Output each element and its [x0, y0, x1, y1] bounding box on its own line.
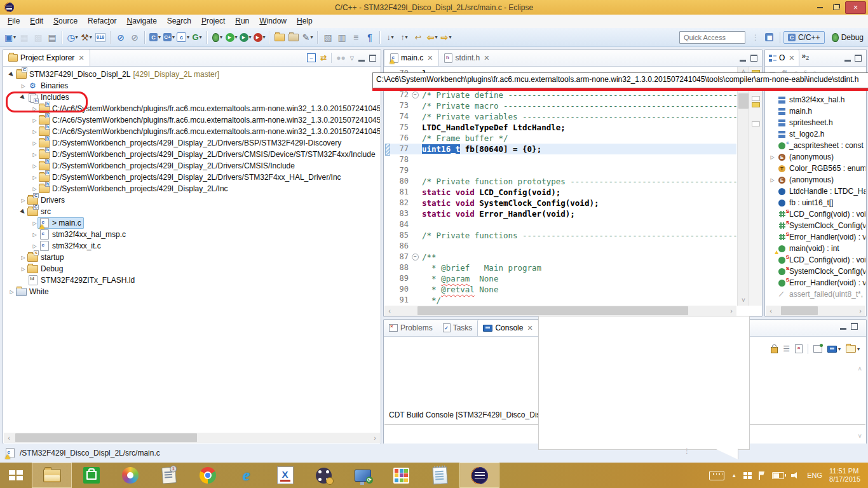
menu-edit[interactable]: Edit [25, 15, 48, 28]
debug-button[interactable]: ▾ [211, 30, 224, 44]
taskbar-app-media-suite[interactable] [111, 463, 149, 488]
save-all-button[interactable]: ▩ [32, 30, 44, 44]
tab-problems[interactable]: ×Problems [384, 320, 438, 336]
outline-item[interactable]: ▷E(anonymous) [766, 151, 865, 163]
code-line[interactable]: 89 * @param None [384, 273, 736, 284]
outline-item[interactable]: SError_Handler(void) : void [766, 277, 865, 288]
touch-keyboard-icon[interactable] [709, 471, 724, 480]
code-line[interactable]: 79 [384, 165, 736, 176]
taskbar-app-chrome[interactable] [188, 463, 227, 488]
run-button[interactable]: ▶▾ [225, 30, 238, 44]
taskbar-app-media-player[interactable] [304, 463, 343, 488]
outline-item[interactable]: TColor_RGB565 : enum <anonymous> [766, 163, 865, 174]
code-line[interactable]: 73/* Private macro ---------------------… [384, 100, 736, 111]
view-menu-button[interactable]: ▽ [350, 55, 354, 61]
tab-tasks[interactable]: ✓Tasks [438, 320, 478, 336]
start-button[interactable] [0, 463, 32, 488]
tree-item[interactable]: ▷⚙Binaries [4, 80, 380, 92]
code-line[interactable]: 88 * @brief Main program [384, 262, 736, 273]
binary-button[interactable]: 010 [94, 30, 107, 44]
clear-console-icon[interactable]: × [795, 344, 803, 353]
tree-item[interactable]: ▷hD:/SystemWorkbench_projects/429I_Displ… [4, 183, 380, 194]
minimize-button[interactable] [812, 2, 827, 13]
window-titlebar[interactable]: C/C++ - STM32F429I_Disco_Displ_2L/src/ma… [0, 0, 868, 15]
show-paragraphs-button[interactable]: ¶ [363, 30, 376, 44]
coverage-g-button[interactable]: G▾ [191, 30, 203, 44]
perspective-cpp-button[interactable]: C C/C++ [783, 31, 825, 44]
editor-tab-main.c[interactable]: cmain.c✕ [384, 50, 439, 66]
link-with-editor-button[interactable]: ⇄ [320, 53, 327, 62]
close-project-button[interactable] [287, 30, 300, 44]
code-line[interactable]: 76/* Frame buffer */ [384, 133, 736, 144]
tree-item[interactable]: ▷hD:/SystemWorkbench_projects/429I_Displ… [4, 149, 380, 160]
collapsed-arrow-icon[interactable]: ▷ [31, 175, 39, 180]
menu-window[interactable]: Window [254, 15, 292, 28]
taskbar-app-lpcxpresso[interactable]: X [266, 463, 304, 488]
outline-item[interactable]: spritesheet.h [766, 117, 865, 128]
outline-item[interactable]: main(void) : int [766, 243, 865, 254]
overview-ruler[interactable] [749, 67, 762, 306]
new-wizard-button[interactable]: ▣▾ [4, 30, 17, 44]
code-line[interactable]: 74/* Private variables -----------------… [384, 111, 736, 122]
menu-project[interactable]: Project [196, 15, 230, 28]
collapsed-arrow-icon[interactable]: ▷ [19, 266, 27, 272]
outline-item[interactable]: stm32f4xx_hal.h [766, 94, 865, 105]
close-icon[interactable]: ✕ [527, 324, 532, 332]
close-icon[interactable]: ✕ [484, 54, 489, 62]
fold-collapse-icon[interactable]: − [412, 92, 419, 98]
outline-item[interactable]: st_logo2.h [766, 128, 865, 140]
stopwatch-button[interactable]: ◷▾ [66, 30, 79, 44]
close-button[interactable]: × [845, 1, 866, 14]
outline-item[interactable]: SSystemClock_Config(void) : void [766, 220, 865, 231]
tree-item[interactable]: ▷hD:/SystemWorkbench_projects/429I_Displ… [4, 160, 380, 172]
word-wrap-icon[interactable]: ☰ [783, 344, 790, 353]
restore-button[interactable] [829, 2, 844, 13]
pin-console-icon[interactable] [813, 345, 822, 353]
outline-item[interactable]: main.h [766, 105, 865, 117]
collapse-all-button[interactable]: − [307, 53, 316, 62]
tab-outline[interactable]: O ✕ [765, 50, 799, 66]
coverage-run-button[interactable]: ▶▾ [253, 30, 266, 44]
outline-item[interactable]: fb : uint16_t[] [766, 197, 865, 208]
collapsed-arrow-icon[interactable]: ▷ [31, 243, 39, 249]
print-button[interactable]: ▤ [46, 30, 58, 44]
show-editor-presentation-button[interactable]: ▥ [336, 30, 348, 44]
menu-search[interactable]: Search [162, 15, 196, 28]
tree-item[interactable]: ▷hC:/Ac6/SystemWorkbench/plugins/fr.ac6.… [4, 114, 380, 126]
mark-occurrences-button[interactable]: ▧ [322, 30, 334, 44]
windows-tray-icon[interactable] [743, 472, 752, 479]
project-tree-hscrollbar[interactable]: ‹› [4, 433, 380, 443]
maximize-view-button[interactable] [750, 55, 757, 62]
outline-item[interactable]: ∕assert_failed(uint8_t*, uint32_t) : voi… [766, 288, 865, 300]
tree-item[interactable]: ▷Debug [4, 263, 380, 274]
perspective-debug-button[interactable]: Debug [828, 32, 867, 43]
minimize-view-button[interactable] [844, 60, 851, 62]
save-button[interactable]: ▦ [18, 30, 31, 44]
code-line[interactable]: 90 * @retval None [384, 284, 736, 295]
tree-item[interactable]: ▷cstm32f4xx_hal_msp.c [4, 229, 380, 240]
tray-clock[interactable]: 11:51 PM 8/17/2015 [829, 467, 860, 484]
editor-vscrollbar[interactable]: ˄ ˅ [737, 67, 749, 306]
outline-item[interactable]: c_acspritesheet : const [766, 140, 865, 151]
menu-refactor[interactable]: Refactor [83, 15, 121, 28]
outline-item[interactable]: SError_Handler(void) : void [766, 231, 865, 243]
code-line[interactable]: 80/* Private function prototypes -------… [384, 176, 736, 187]
outline-item[interactable]: ▷E(anonymous) [766, 174, 865, 186]
close-icon[interactable]: ✕ [427, 54, 433, 62]
code-line[interactable]: 91 */ [384, 295, 736, 306]
tree-item[interactable]: ▷hC:/Ac6/SystemWorkbench/plugins/fr.ac6.… [4, 126, 380, 137]
taskbar-app-remote-desktop[interactable]: ⟳ [343, 463, 382, 488]
collapsed-arrow-icon[interactable]: ▷ [31, 118, 39, 123]
collapsed-arrow-icon[interactable]: ▷ [8, 289, 16, 295]
menu-source[interactable]: Source [48, 15, 83, 28]
scroll-down-icon[interactable]: ˅ [858, 433, 862, 440]
collapsed-arrow-icon[interactable]: ▷ [19, 255, 27, 261]
code-line[interactable]: 82static void SystemClock_Config(void); [384, 198, 736, 208]
outline-item[interactable]: LtdcHandle : LTDC_HandleTypeDef [766, 186, 865, 197]
action-center-flag-icon[interactable] [759, 471, 765, 480]
show-lines-button[interactable]: ≡ [349, 30, 362, 44]
focus-icon[interactable]: ●● [336, 53, 346, 62]
minimize-view-button[interactable] [740, 60, 746, 62]
tab-console[interactable]: Console✕ [477, 320, 538, 336]
new-c-project-button[interactable]: C▾ [149, 30, 161, 44]
